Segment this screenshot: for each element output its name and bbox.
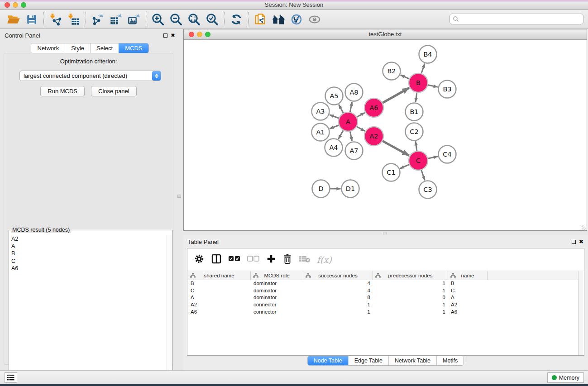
table-cell[interactable]: A6 [448,309,488,316]
graph-node-C1[interactable]: C1 [382,164,400,181]
close-table-panel-icon[interactable]: ✖ [579,239,583,244]
zoom-fit-icon[interactable] [185,11,203,28]
graph-node-C2[interactable]: C2 [406,123,423,141]
graph-node-C[interactable]: C [409,151,428,170]
graph-edge-A6-B[interactable] [382,88,409,103]
network-window-titlebar[interactable]: testGlobe.txt [184,29,587,40]
open-file-icon[interactable] [5,11,23,28]
select-all-icon[interactable] [228,256,241,264]
table-cell[interactable]: 1 [303,301,373,309]
graph-edge-A2-C[interactable] [382,141,409,156]
table-cell[interactable]: A2 [448,301,488,309]
export-table-icon[interactable] [107,11,125,28]
table-cell[interactable]: connector [251,309,303,316]
graph-edge-A-A3[interactable] [330,115,339,119]
graph-node-B4[interactable]: B4 [419,46,437,63]
column-header-name[interactable]: name [448,271,488,280]
close-panel-button[interactable]: Close panel [91,86,137,96]
table-cell[interactable]: 1 [373,280,448,287]
graph-node-B2[interactable]: B2 [383,62,401,80]
vertical-splitter-handle[interactable] [177,195,181,198]
graph-node-C3[interactable]: C3 [419,181,437,199]
column-header-predecessor-nodes[interactable]: predecessor nodes [373,271,448,280]
graph-edge-A-A8[interactable] [350,102,352,112]
zoom-window-button[interactable] [21,2,26,8]
tab-motifs[interactable]: Motifs [436,356,464,365]
network-close-button[interactable] [189,32,194,37]
table-cell[interactable]: dominator [251,280,303,287]
table-cell[interactable]: connector [251,301,303,309]
tab-node-table[interactable]: Node Table [308,356,348,365]
graph-edge-A-A6[interactable] [357,113,364,117]
graph-edge-A-A1[interactable] [330,125,339,129]
table-row[interactable]: Cdominator41C [188,287,581,295]
minimize-window-button[interactable] [13,2,18,8]
graph-edge-C-C1[interactable] [400,165,409,169]
graph-node-D[interactable]: D [312,180,330,198]
table-cell[interactable]: A [448,294,488,301]
zoom-selected-icon[interactable] [203,11,221,28]
table-cell[interactable]: 0 [373,294,448,301]
tab-select[interactable]: Select [90,43,119,53]
graph-node-A4[interactable]: A4 [325,139,343,157]
horizontal-splitter-handle[interactable] [383,232,387,234]
column-visibility-icon[interactable] [211,253,222,266]
memory-button[interactable]: Memory [547,372,584,383]
graph-edge-C-C4[interactable] [428,157,438,159]
result-list-item[interactable]: A2 [10,235,167,243]
zoom-in-icon[interactable] [149,11,167,28]
result-list-item[interactable]: A [10,243,167,250]
column-header-successor-nodes[interactable]: successor nodes [303,271,373,280]
table-cell[interactable]: A6 [188,309,251,316]
table-cell[interactable]: dominator [251,287,303,295]
deselect-all-icon[interactable] [247,256,260,264]
table-cell[interactable]: C [188,287,251,295]
run-mcds-button[interactable]: Run MCDS [40,86,85,96]
result-list-scrollbar[interactable] [167,235,172,384]
graph-edge-A-A5[interactable] [339,105,343,113]
graph-node-B[interactable]: B [409,73,428,92]
column-header-shared-name[interactable]: shared name [188,271,251,280]
table-cell[interactable]: B [188,280,251,287]
mcds-result-list[interactable]: A2ABCA6 [10,235,167,384]
graph-node-B1[interactable]: B1 [406,103,423,121]
graph-node-A8[interactable]: A8 [345,84,363,101]
delete-table-icon[interactable] [299,255,311,265]
network-graph-canvas[interactable]: B4B2BB3A8A5A6A3B1AA1C2A2A4A7C4CC1C3DD1 [184,40,587,230]
table-cell[interactable]: 1 [373,309,448,316]
result-list-item[interactable]: C [10,257,167,265]
graph-edge-B-B3[interactable] [428,85,438,87]
graph-node-A7[interactable]: A7 [345,142,363,160]
table-row[interactable]: A2connector11A2 [188,301,581,309]
column-header-MCDS-role[interactable]: MCDS role [251,271,303,280]
table-cell[interactable]: 4 [303,280,373,287]
graph-node-D1[interactable]: D1 [342,180,359,198]
network-minimize-button[interactable] [197,32,202,37]
graph-node-A3[interactable]: A3 [312,103,330,120]
network-zoom-button[interactable] [205,32,210,37]
show-hide-eye-icon[interactable] [306,11,324,28]
table-cell[interactable]: 4 [303,287,373,295]
tab-edge-table[interactable]: Edge Table [348,356,388,365]
close-panel-icon[interactable]: ✖ [171,33,175,38]
graph-edge-A-A7[interactable] [350,132,352,141]
table-cell[interactable]: 1 [303,309,373,316]
graph-node-A2[interactable]: A2 [364,127,383,146]
graph-edge-C-C2[interactable] [416,141,417,151]
search-input[interactable] [459,14,583,24]
save-session-icon[interactable] [23,11,41,28]
import-table-icon[interactable] [65,11,83,28]
zoom-out-icon[interactable] [167,11,185,28]
graph-edge-B-B1[interactable] [416,93,417,102]
graph-node-A1[interactable]: A1 [312,124,330,141]
table-row[interactable]: A6connector11A6 [188,309,581,316]
import-network-icon[interactable] [47,11,65,28]
float-panel-icon[interactable] [163,33,167,38]
table-cell[interactable]: A [188,294,251,301]
export-image-icon[interactable] [125,11,143,28]
graph-edge-B-B2[interactable] [401,75,409,79]
graph-node-A6[interactable]: A6 [364,98,383,117]
graph-node-B3[interactable]: B3 [439,81,456,98]
table-cell[interactable]: C [448,287,488,295]
window-resize-grip[interactable] [582,225,586,230]
